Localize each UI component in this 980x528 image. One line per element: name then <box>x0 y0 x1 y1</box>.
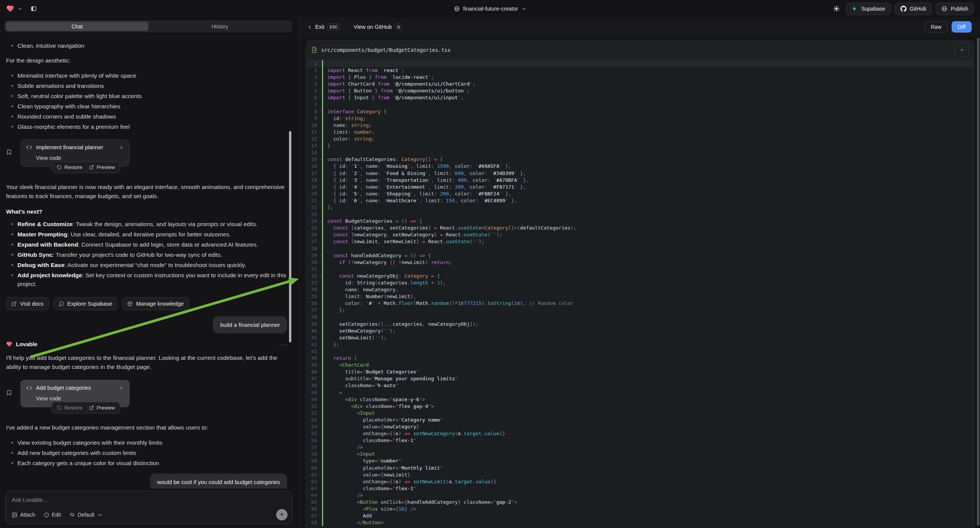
fold-chevron-icon[interactable]: › <box>317 158 324 161</box>
code-line-63: 63 className="flex-1" <box>306 485 974 492</box>
explore-supabase-button[interactable]: Explore Supabase <box>53 297 118 310</box>
code-line-50: 50 <div className="space-y-6"> <box>306 396 974 403</box>
code-line-text: const [categories, setCategories] = Reac… <box>322 224 974 231</box>
line-number: 39 <box>306 321 322 328</box>
view-code-link[interactable]: View code <box>36 396 124 401</box>
gear-icon[interactable] <box>833 5 840 12</box>
tab-chat[interactable]: Chat <box>6 22 148 31</box>
chat-scroll-area[interactable]: Clean, intuitive navigationFor the desig… <box>0 35 299 488</box>
message-menu-icon[interactable]: ··· <box>279 341 287 347</box>
tip-item: Debug with Ease: Activate our experiment… <box>18 261 287 269</box>
diff-button[interactable]: Diff <box>951 21 972 33</box>
sidebar-toggle-icon[interactable] <box>31 6 37 12</box>
knowledge-box-icon <box>127 301 133 307</box>
line-number: 7 <box>306 102 322 108</box>
bookmark-icon[interactable] <box>6 390 12 396</box>
code-line-27: 27 const [newLimit, setNewLimit] = React… <box>306 238 974 245</box>
project-switcher[interactable]: financial-future-creator <box>453 6 526 12</box>
bookmark-icon[interactable] <box>6 149 12 155</box>
composer[interactable]: Ask Lovable... Attach Edit <box>5 491 293 524</box>
code-line-text: className="flex-1" <box>322 437 974 444</box>
code-line-text <box>322 313 974 320</box>
exit-button[interactable]: Exit ESC <box>307 24 340 30</box>
code-line-text: id: String(categories.length + 1), <box>322 280 974 286</box>
view-on-github-button[interactable]: View on GitHub G <box>354 24 402 30</box>
code-scrollbar-thumb[interactable] <box>977 38 979 526</box>
fold-chevron-icon[interactable]: › <box>317 254 324 257</box>
code-line-text: type="number" <box>322 458 974 464</box>
restore-button[interactable]: Restore <box>57 164 82 170</box>
file-header[interactable]: src/components/budget/BudgetCategories.t… <box>306 41 974 59</box>
composer-input[interactable]: Ask Lovable... <box>12 496 286 503</box>
version-card-block: Implement financial plannerView codeRest… <box>21 139 130 167</box>
version-toolbar: RestorePreview <box>51 402 120 413</box>
send-button[interactable] <box>276 509 288 520</box>
restore-button[interactable]: Restore <box>57 405 82 410</box>
bullet-list: Minimalist interface with plenty of whit… <box>6 71 287 131</box>
code-line-6: 6import { Input } from '@/components/ui/… <box>306 94 974 101</box>
code-line-text: return ( <box>322 355 974 362</box>
code-line-39: 39 setCategories([...categories, newCate… <box>306 321 974 328</box>
line-number: 17 <box>306 170 322 177</box>
code-line-1: 1 <box>306 60 974 67</box>
code-line-58: 58 <Input <box>306 451 974 458</box>
code-line-text: import ChartCard from '@/components/ui/C… <box>322 81 974 87</box>
version-card-title: Implement financial planner <box>36 144 115 150</box>
line-number: 56 <box>306 437 322 444</box>
raw-button[interactable]: Raw <box>924 21 948 33</box>
code-viewer-panel: Exit ESC View on GitHub G Raw Diff <box>299 17 980 528</box>
view-code-link[interactable]: View code <box>36 155 124 161</box>
code-line-text: onChange={(e) => setNewLimit(e.target.va… <box>322 479 974 485</box>
preview-button[interactable]: Preview <box>89 405 115 410</box>
mode-selector[interactable]: Default <box>69 512 103 518</box>
line-number: 38 <box>306 313 322 320</box>
visit-docs-button[interactable]: Visit docs <box>6 297 49 310</box>
code-line-56: 56 className="flex-1" <box>306 437 974 444</box>
code-line-text: import { Input } from '@/components/ui/i… <box>322 94 974 101</box>
line-number: 23 <box>306 211 322 218</box>
code-viewer-header: Exit ESC View on GitHub G Raw Diff <box>299 17 980 37</box>
supabase-button[interactable]: Supabase <box>846 3 891 15</box>
tab-history[interactable]: History <box>148 22 291 31</box>
fold-chevron-icon[interactable]: › <box>317 220 324 222</box>
mode-label: Default <box>78 512 94 518</box>
code-line-67: 67 Add <box>306 512 974 519</box>
attach-label: Attach <box>20 512 35 518</box>
file-path: src/components/budget/BudgetCategories.t… <box>321 47 450 53</box>
github-label: GitHub <box>910 6 927 12</box>
code-line-54: 54 value={newCategory} <box>306 423 974 430</box>
code-line-text: { id: '4', name: 'Entertainment', limit:… <box>322 184 974 191</box>
code-line-62: 62 onChange={(e) => setNewLimit(e.target… <box>306 479 974 485</box>
code-icon <box>26 385 32 391</box>
external-link-icon <box>89 405 94 410</box>
line-number: 21 <box>306 197 322 204</box>
code-line-8: 8›interface Category { <box>306 108 974 115</box>
edit-button[interactable]: Edit <box>44 512 61 518</box>
chat-scrollbar-thumb[interactable] <box>289 131 291 342</box>
code-line-33: 33 id: String(categories.length + 1), <box>306 280 974 286</box>
chat-paragraph: Your sleek financial planner is now read… <box>6 183 287 201</box>
attach-button[interactable]: Attach <box>12 512 35 518</box>
code-line-29: 29› const handleAddCategory = () => { <box>306 252 974 259</box>
preview-button[interactable]: Preview <box>89 164 115 170</box>
fold-chevron-icon[interactable]: › <box>317 275 324 277</box>
publish-button[interactable]: Publish <box>935 3 974 15</box>
chevron-left-icon <box>307 25 312 30</box>
bullet-item: View existing budget categories with the… <box>18 438 287 447</box>
collapse-file-button[interactable] <box>955 43 969 57</box>
edit-label: Edit <box>52 512 61 518</box>
lovable-logo-icon[interactable] <box>6 5 14 13</box>
version-card-title: Add budget categories <box>36 385 115 391</box>
quick-actions-row: Visit docsExplore SupabaseManage knowled… <box>6 297 287 310</box>
code-line-text: title="Budget Categories" <box>322 369 974 375</box>
code-line-text: import { Plus } from 'lucide-react'; <box>322 74 974 81</box>
code-line-text: ]; <box>322 204 974 211</box>
fold-chevron-icon[interactable]: › <box>317 111 324 113</box>
code-line-47: 47 subtitle="Manage your spending limits… <box>306 375 974 382</box>
chevron-down-icon[interactable] <box>18 6 22 11</box>
github-button[interactable]: GitHub <box>895 3 932 15</box>
view-mode-buttons: Raw Diff <box>924 21 972 33</box>
code-line-31: 31 <box>306 266 974 273</box>
button-label: Visit docs <box>20 301 44 307</box>
manage-knowledge-button[interactable]: Manage knowledge <box>122 297 189 310</box>
